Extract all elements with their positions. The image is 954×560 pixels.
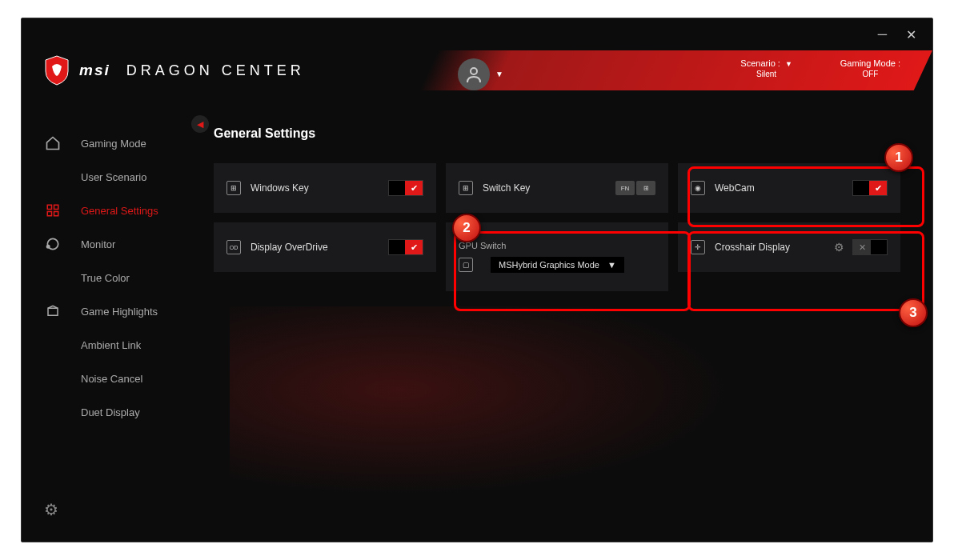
product-name: DRAGON CENTER (126, 62, 305, 79)
annotation-bubble-2: 2 (452, 214, 481, 242)
card-windows-key: ⊞ Windows Key (214, 163, 436, 213)
crosshair-label: Crosshair Display (715, 242, 834, 253)
windows-key-label: Windows Key (251, 182, 388, 194)
scenario-label: Scenario : (740, 58, 780, 68)
sidebar-collapse-button[interactable]: ◀ (191, 115, 209, 133)
svg-point-0 (471, 68, 477, 74)
avatar-dropdown-caret[interactable]: ▼ (495, 70, 503, 78)
gpu-icon: ▢ (459, 258, 473, 272)
card-crosshair: ✛ Crosshair Display ⚙ (678, 222, 900, 272)
webcam-toggle[interactable] (852, 180, 888, 196)
svg-rect-7 (48, 308, 58, 315)
chevron-down-icon: ▼ (607, 260, 616, 270)
sidebar-item-user-scenario[interactable]: User Scenario (22, 160, 206, 194)
sidebar-item-noise-cancel[interactable]: Noise Cancel (22, 362, 206, 395)
svg-rect-3 (47, 212, 51, 216)
gpu-switch-row: ▢ MSHybrid Graphics Mode ▼ (459, 257, 624, 273)
scenario-status[interactable]: Scenario :▼ Silent (740, 58, 792, 78)
sidebar-item-label: Ambient Link (81, 339, 141, 351)
win-key: ⊞ (636, 181, 655, 195)
settings-gear-icon[interactable]: ⚙ (44, 500, 58, 519)
webcam-label: WebCam (715, 182, 852, 194)
sidebar-item-ambient-link[interactable]: Ambient Link (22, 328, 206, 362)
sidebar-item-general-settings[interactable]: General Settings (22, 194, 206, 227)
page-title: General Settings (214, 126, 916, 141)
sidebar-item-label: User Scenario (81, 171, 146, 183)
switch-key-icon: ⊞ (459, 181, 473, 195)
card-webcam: ◉ WebCam (678, 163, 900, 213)
titlebar: ─ ✕ (878, 18, 932, 50)
gaming-mode-status[interactable]: Gaming Mode : OFF (840, 58, 900, 78)
crosshair-icon: ✛ (691, 240, 705, 254)
sidebar-item-gaming-mode[interactable]: Gaming Mode (22, 126, 206, 160)
card-display-overdrive: OD Display OverDrive (214, 222, 436, 272)
crosshair-settings-icon[interactable]: ⚙ (834, 241, 844, 254)
sidebar-item-game-highlights[interactable]: Game Highlights (22, 294, 206, 328)
nav-list: Gaming ModeUser ScenarioGeneral Settings… (22, 126, 206, 429)
svg-rect-1 (47, 205, 51, 209)
close-button[interactable]: ✕ (906, 27, 916, 42)
sidebar-item-monitor[interactable]: Monitor (22, 227, 206, 261)
svg-point-6 (47, 246, 50, 248)
svg-rect-4 (54, 212, 58, 216)
gaming-mode-value: OFF (840, 70, 900, 78)
grid-icon (44, 202, 62, 219)
switch-key-label: Switch Key (483, 182, 615, 194)
sidebar: ◀ Gaming ModeUser ScenarioGeneral Settin… (22, 126, 206, 542)
settings-cards: ⊞ Windows Key ⊞ Switch Key FN ⊞ ◉ WebCam… (214, 163, 916, 291)
overdrive-icon: OD (226, 240, 241, 254)
sidebar-item-label: Duet Display (81, 406, 140, 418)
header-status: Scenario :▼ Silent Gaming Mode : OFF (740, 58, 900, 78)
annotation-bubble-3: 3 (899, 298, 928, 327)
fn-key: FN (615, 181, 635, 195)
card-switch-key: ⊞ Switch Key FN ⊞ (446, 163, 668, 213)
box-icon (44, 302, 62, 320)
gpu-switch-value: MSHybrid Graphics Mode (499, 260, 599, 270)
annotation-bubble-1: 1 (884, 143, 913, 172)
brand-name: msi (79, 62, 110, 79)
sidebar-item-duet-display[interactable]: Duet Display (22, 395, 206, 429)
user-icon (464, 65, 483, 84)
webcam-icon: ◉ (691, 181, 705, 195)
overdrive-toggle[interactable] (388, 239, 423, 255)
windows-key-toggle[interactable] (388, 180, 423, 196)
windows-key-icon: ⊞ (226, 181, 241, 195)
app-window: ─ ✕ msi DRAGON CENTER ▼ Scenario :▼ Sile… (21, 18, 933, 542)
sidebar-item-label: General Settings (81, 205, 158, 217)
content: General Settings ⊞ Windows Key ⊞ Switch … (214, 126, 916, 526)
user-avatar[interactable] (458, 58, 490, 90)
logo: msi DRAGON CENTER (44, 55, 305, 86)
sidebar-item-label: Gaming Mode (81, 138, 146, 150)
switch-key-keys[interactable]: FN ⊞ (615, 181, 655, 195)
sidebar-item-label: Noise Cancel (81, 373, 142, 385)
crosshair-toggle[interactable] (852, 239, 888, 255)
overdrive-label: Display OverDrive (251, 242, 388, 253)
sidebar-item-label: True Color (81, 272, 130, 284)
sidebar-item-label: Monitor (81, 238, 115, 250)
minimize-button[interactable]: ─ (878, 27, 887, 42)
sidebar-item-label: Game Highlights (81, 306, 158, 318)
shield-icon (44, 55, 70, 86)
chevron-down-icon: ▼ (785, 60, 792, 68)
svg-rect-2 (54, 205, 58, 209)
home-icon (44, 134, 62, 152)
orbit-icon (44, 235, 62, 253)
gaming-mode-label: Gaming Mode : (840, 58, 900, 68)
scenario-value: Silent (740, 70, 792, 78)
gpu-switch-dropdown[interactable]: MSHybrid Graphics Mode ▼ (491, 257, 624, 273)
sidebar-item-true-color[interactable]: True Color (22, 261, 206, 294)
